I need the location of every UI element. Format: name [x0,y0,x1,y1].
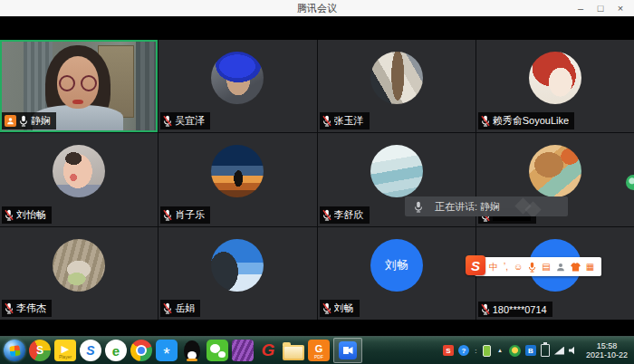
window-controls: – □ × [571,0,630,16]
participant-tile[interactable]: 静娴 [0,40,158,132]
mic-on-icon [19,115,28,127]
participant-avatar [211,52,264,104]
mic-muted-icon [481,303,490,315]
participant-label: 赖秀俞SoyouLike [478,112,574,129]
ime-punctuation[interactable]: ’, [504,257,508,276]
chrome-icon[interactable] [130,340,152,361]
participant-tile[interactable]: 李伟杰 [0,227,158,320]
wechat-icon[interactable] [207,340,228,361]
tray-security-icon[interactable] [509,345,521,357]
ime-keyboard-icon[interactable]: ▤ [542,257,550,276]
participant-tile[interactable]: 吴宜泽 [158,40,316,132]
participant-name: 赖秀俞SoyouLike [493,114,569,128]
participant-avatar [53,239,105,292]
minimize-button[interactable]: – [571,0,591,16]
participant-tile[interactable]: 张玉洋 [318,40,476,132]
sogou-logo-icon[interactable]: S [466,255,485,275]
ime-skin-icon[interactable] [571,263,581,272]
purple-icon[interactable] [232,340,254,361]
tray-green-pill-icon[interactable] [483,345,491,357]
participant-name: 刘怡畅 [16,208,46,222]
tray-expand-icon[interactable] [495,347,504,354]
participant-label: 吴宜泽 [160,112,210,129]
participant-label: 李伟杰 [2,300,52,317]
mic-muted-icon [322,302,331,314]
mic-muted-icon [322,209,331,221]
participant-label: 岳娟 [160,300,200,317]
participant-label: 肖子乐 [160,206,210,224]
window-titlebar: 腾讯会议 – □ × [0,0,634,16]
participant-tile[interactable]: 岳娟 [158,227,316,320]
participant-avatar [211,239,264,292]
participant-label: 李舒欣 [320,206,370,224]
taskbar-clock[interactable]: 15:58 2021-10-22 [583,341,631,359]
participant-name: 吴宜泽 [175,114,205,128]
tray-battery-icon[interactable] [541,344,550,357]
taskbar-tray: 15:58 2021-10-22 [443,341,634,359]
ime-voice-icon[interactable] [528,262,536,273]
participant-name: 静娴 [31,114,51,128]
colorful-s-icon[interactable] [29,340,51,361]
participant-label: 静娴 [2,112,56,129]
sogou-browser-icon[interactable] [80,340,101,361]
mic-muted-icon [481,115,490,127]
taskbar-apps [0,338,362,363]
tray-sogou-icon[interactable] [443,345,454,356]
blue-asterisk-icon[interactable] [156,340,178,361]
participant-name: 刘畅 [334,302,354,315]
participant-avatar [529,145,581,197]
tray-bluetooth-icon[interactable] [525,345,536,356]
participant-avatar [529,52,581,104]
close-button[interactable]: × [610,0,630,16]
ime-cn-mode[interactable]: 中 [489,257,498,276]
mic-muted-icon [163,115,172,127]
tray-icons [443,344,579,357]
ime-toolbox-icon[interactable]: ▦ [586,257,594,276]
participant-name: 肖子乐 [175,208,205,222]
tray-mini-icon[interactable] [474,347,478,355]
clock-time: 15:58 [586,341,628,350]
participant-tile[interactable]: 肖子乐 [158,133,316,225]
meeting-stage: 静娴 吴宜泽 [0,16,634,336]
pdf-icon[interactable] [308,340,330,361]
participant-avatar: 刘畅 [370,239,423,292]
tray-volume-icon[interactable] [569,346,579,355]
desktop: { "window": { "title": "腾讯会议", "controls… [0,0,634,364]
participant-avatar [211,145,264,197]
participant-label: 刘畅 [320,300,360,317]
ime-toolbar[interactable]: S 中 ’, ☺ ▤ ▦ [475,257,601,276]
mic-muted-icon [5,209,14,221]
participant-name: 李伟杰 [16,302,46,315]
participant-name: 180****0714 [493,304,547,315]
qq-icon[interactable] [184,340,200,361]
tray-network-icon[interactable] [554,347,564,355]
ime-person-icon[interactable] [556,263,565,272]
participant-avatar [370,145,423,197]
speaking-banner: 正在讲话: 静娴 [405,196,568,216]
participant-avatar [53,145,105,197]
ime-emoji-icon[interactable]: ☺ [514,257,523,276]
participant-tile[interactable]: 刘怡畅 [0,133,158,225]
tray-help-icon[interactable] [458,345,469,356]
host-badge-icon [5,115,16,127]
red-g-icon[interactable] [257,340,279,361]
participant-tile[interactable]: 刘畅 刘畅 [318,227,476,320]
maximize-button[interactable]: □ [591,0,610,16]
speaking-banner-text: 正在讲话: 静娴 [435,200,500,214]
participant-name: 张玉洋 [334,114,364,128]
player-icon[interactable] [54,340,76,361]
meeting-icon[interactable] [333,338,362,363]
webcam-decor [59,75,97,91]
participant-grid: 静娴 吴宜泽 [0,40,634,320]
participant-tile[interactable]: 赖秀俞SoyouLike [476,40,634,132]
green-e-icon[interactable] [105,340,127,361]
mic-muted-icon [163,209,172,221]
webcam-decor [72,100,83,104]
participant-name: 李舒欣 [334,208,364,222]
mic-muted-icon [322,115,331,127]
clock-date: 2021-10-22 [586,350,628,359]
taskbar: 15:58 2021-10-22 [0,336,634,364]
window-title: 腾讯会议 [297,2,337,15]
start-icon[interactable] [4,340,25,361]
explorer-icon[interactable] [283,345,304,360]
